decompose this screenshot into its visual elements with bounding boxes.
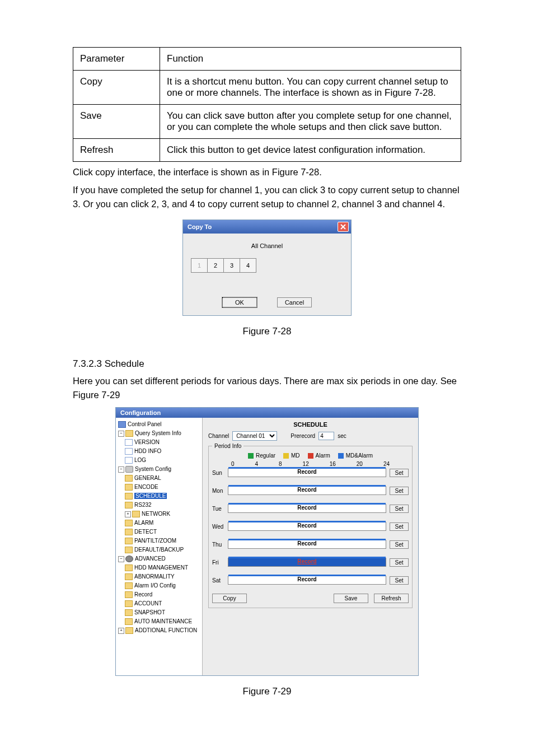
folder-icon — [125, 475, 133, 482]
set-button[interactable]: Set — [390, 540, 409, 549]
legend-regular: Regular — [256, 452, 275, 459]
schedule-track[interactable]: Record — [228, 522, 386, 531]
doc-icon — [125, 448, 133, 455]
tree-item[interactable]: SNAPSHOT — [134, 609, 165, 615]
panel-icon — [118, 421, 126, 428]
schedule-track[interactable]: Record — [228, 486, 386, 495]
day-label: Fri — [212, 559, 228, 566]
folder-icon — [125, 627, 133, 634]
tree-item[interactable]: DEFAULT/BACKUP — [134, 547, 184, 553]
section-body: Here you can set different periods for v… — [73, 374, 461, 403]
day-label: Sun — [212, 470, 228, 476]
set-button[interactable]: Set — [390, 469, 409, 477]
day-label: Sat — [212, 577, 228, 584]
close-icon[interactable] — [338, 222, 349, 232]
folder-icon — [125, 547, 133, 553]
set-button[interactable]: Set — [390, 576, 409, 585]
cancel-button[interactable]: Cancel — [277, 297, 312, 307]
set-button[interactable]: Set — [390, 558, 409, 567]
day-label: Tue — [212, 506, 228, 512]
mdalarm-swatch-icon — [338, 453, 344, 459]
alarm-swatch-icon — [308, 453, 313, 459]
folder-icon — [125, 502, 133, 508]
set-button[interactable]: Set — [390, 505, 409, 513]
schedule-track[interactable]: Record — [228, 468, 386, 477]
set-button[interactable]: Set — [390, 487, 409, 495]
day-label: Mon — [212, 488, 228, 494]
collapse-icon[interactable]: − — [118, 556, 124, 562]
expand-icon[interactable]: + — [125, 511, 131, 517]
schedule-track[interactable]: Record — [228, 504, 386, 513]
body-paragraph: Click copy interface, the interface is s… — [73, 165, 461, 180]
doc-icon — [125, 457, 133, 464]
channel-list: 1 2 3 4 — [191, 258, 343, 273]
collapse-icon[interactable]: − — [118, 466, 124, 473]
day-label: Thu — [212, 542, 228, 548]
folder-icon — [132, 511, 140, 517]
tree-item[interactable]: HDD MANAGEMENT — [134, 564, 188, 571]
schedule-panel: SCHEDULE Channel Channel 01 Prerecord se… — [203, 418, 418, 675]
save-button[interactable]: Save — [334, 594, 368, 603]
tree-item[interactable]: Alarm I/O Config — [134, 582, 176, 589]
all-channel-label[interactable]: All Channel — [191, 242, 343, 249]
configuration-window: Configuration Control Panel −Query Syste… — [115, 407, 419, 676]
set-button[interactable]: Set — [390, 522, 409, 531]
gear-icon — [125, 556, 133, 562]
refresh-button[interactable]: Refresh — [374, 594, 409, 603]
folder-icon — [125, 600, 133, 607]
tree-item[interactable]: ADVANCED — [135, 556, 166, 562]
channel-4-button[interactable]: 4 — [240, 258, 256, 273]
tree-item[interactable]: Record — [134, 591, 152, 598]
param-header: Parameter — [73, 48, 160, 71]
collapse-icon[interactable]: − — [118, 431, 124, 437]
tree-item[interactable]: ABNORMALITY — [134, 573, 175, 580]
tree-item[interactable]: AUTO MAINTENANCE — [134, 618, 192, 624]
tree-item[interactable]: GENERAL — [134, 475, 161, 481]
tree-item[interactable]: ALARM — [134, 520, 153, 526]
channel-2-button[interactable]: 2 — [207, 258, 224, 273]
ok-button[interactable]: OK — [222, 297, 257, 307]
record-label: Record — [297, 522, 316, 529]
dialog-title: Copy To — [188, 223, 212, 230]
tool-icon — [125, 466, 133, 473]
schedule-track[interactable]: Record — [228, 558, 386, 567]
section-heading: 7.3.2.3 Schedule — [73, 358, 461, 370]
channel-1-button[interactable]: 1 — [191, 258, 208, 273]
legend-md: MD — [291, 452, 300, 459]
figure-caption: Figure 7-28 — [73, 326, 461, 337]
folder-icon — [125, 618, 133, 625]
folder-icon — [125, 564, 133, 571]
channel-3-button[interactable]: 3 — [223, 258, 240, 273]
tree-item[interactable]: PAN/TILT/ZOOM — [134, 538, 176, 544]
tree-item[interactable]: HDD INFO — [134, 448, 161, 454]
tree-item[interactable]: ADDTIONAL FUNCTION — [135, 627, 197, 633]
tree-item[interactable]: LOG — [134, 457, 146, 463]
folder-icon — [125, 484, 133, 491]
prerecord-input[interactable] — [318, 432, 334, 440]
tree-item[interactable]: ENCODE — [134, 484, 158, 490]
navigation-tree[interactable]: Control Panel −Query System Info VERSION… — [116, 418, 203, 675]
channel-select[interactable]: Channel 01 — [232, 431, 277, 441]
tree-item-selected[interactable]: SCHEDULE — [134, 493, 167, 499]
record-label: Record — [297, 540, 316, 547]
function-header: Function — [160, 48, 461, 71]
schedule-track[interactable]: Record — [228, 540, 386, 549]
tree-item[interactable]: Control Panel — [128, 421, 162, 427]
folder-icon — [125, 573, 133, 580]
tree-item[interactable]: RS232 — [134, 502, 152, 508]
tree-item[interactable]: DETECT — [134, 529, 157, 535]
tree-item[interactable]: ACCOUNT — [134, 600, 162, 606]
copy-button[interactable]: Copy — [212, 594, 247, 603]
schedule-track[interactable]: Record — [228, 576, 386, 585]
panel-title: SCHEDULE — [208, 421, 413, 428]
legend-alarm: Alarm — [316, 452, 330, 459]
tree-item[interactable]: VERSION — [134, 439, 160, 445]
table-row: Refresh Click this button to get device … — [73, 139, 461, 162]
tree-item[interactable]: Query System Info — [135, 430, 181, 436]
tree-item[interactable]: NETWORK — [142, 511, 170, 517]
day-label: Wed — [212, 524, 228, 530]
folder-open-icon — [125, 430, 133, 437]
tree-item[interactable]: System Config — [135, 466, 171, 472]
folder-icon — [125, 591, 133, 598]
expand-icon[interactable]: + — [118, 628, 124, 634]
